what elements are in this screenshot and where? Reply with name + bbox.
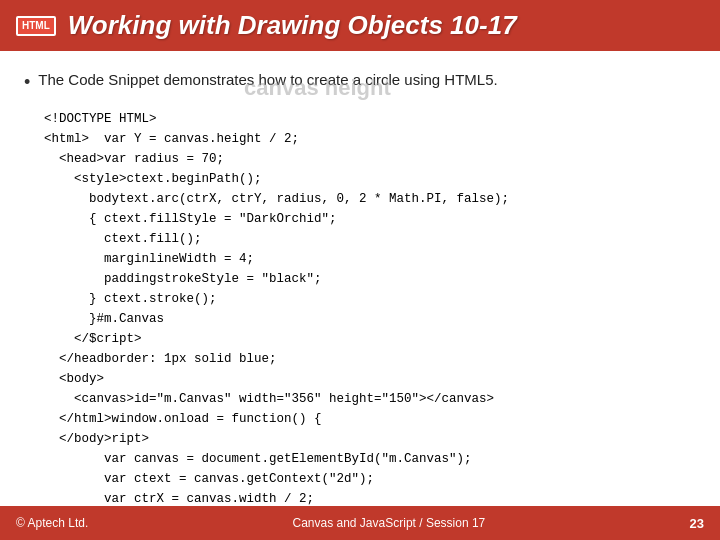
code-line-8: marginlineWidth = 4; bbox=[44, 249, 696, 269]
code-line-15: <canvas>id="m.Canvas" width="356" height… bbox=[44, 389, 696, 409]
code-line-6: { ctext.fillStyle = "DarkOrchid"; bbox=[44, 209, 696, 229]
code-line-19: var ctext = canvas.getContext("2d"); bbox=[44, 469, 696, 489]
html5-badge: HTML bbox=[16, 16, 56, 36]
code-line-4: <style>ctext.beginPath(); bbox=[44, 169, 696, 189]
code-line-18: var canvas = document.getElementById("m.… bbox=[44, 449, 696, 469]
footer-copyright: © Aptech Ltd. bbox=[16, 516, 88, 530]
code-line-2: <html> var Y = canvas.height / 2; bbox=[44, 129, 696, 149]
page-title: Working with Drawing Objects 10-17 bbox=[68, 10, 517, 41]
bullet-icon: • bbox=[24, 70, 30, 95]
code-line-7: ctext.fill(); bbox=[44, 229, 696, 249]
footer-session: Canvas and JavaScript / Session 17 bbox=[292, 516, 485, 530]
intro-bullet: • The Code Snippet demonstrates how to c… bbox=[24, 69, 696, 95]
header-bar: HTML Working with Drawing Objects 10-17 bbox=[0, 0, 720, 51]
code-line-17: </body>ript> bbox=[44, 429, 696, 449]
code-line-14: <body> bbox=[44, 369, 696, 389]
footer-page-number: 23 bbox=[690, 516, 704, 531]
code-block: <!DOCTYPE HTML> <html> var Y = canvas.he… bbox=[24, 109, 696, 509]
code-line-13: </headborder: 1px solid blue; bbox=[44, 349, 696, 369]
code-line-3: <head>var radius = 70; bbox=[44, 149, 696, 169]
code-line-12: </$cript> bbox=[44, 329, 696, 349]
code-line-11: }#m.Canvas bbox=[44, 309, 696, 329]
code-line-9: paddingstrokeStyle = "black"; bbox=[44, 269, 696, 289]
code-line-16: </html>window.onload = function() { bbox=[44, 409, 696, 429]
code-line-1: <!DOCTYPE HTML> bbox=[44, 109, 696, 129]
intro-text: The Code Snippet demonstrates how to cre… bbox=[38, 69, 497, 92]
code-line-5: bodytext.arc(ctrX, ctrY, radius, 0, 2 * … bbox=[44, 189, 696, 209]
code-line-10: } ctext.stroke(); bbox=[44, 289, 696, 309]
main-content: • The Code Snippet demonstrates how to c… bbox=[0, 51, 720, 519]
footer-bar: © Aptech Ltd. Canvas and JavaScript / Se… bbox=[0, 506, 720, 540]
